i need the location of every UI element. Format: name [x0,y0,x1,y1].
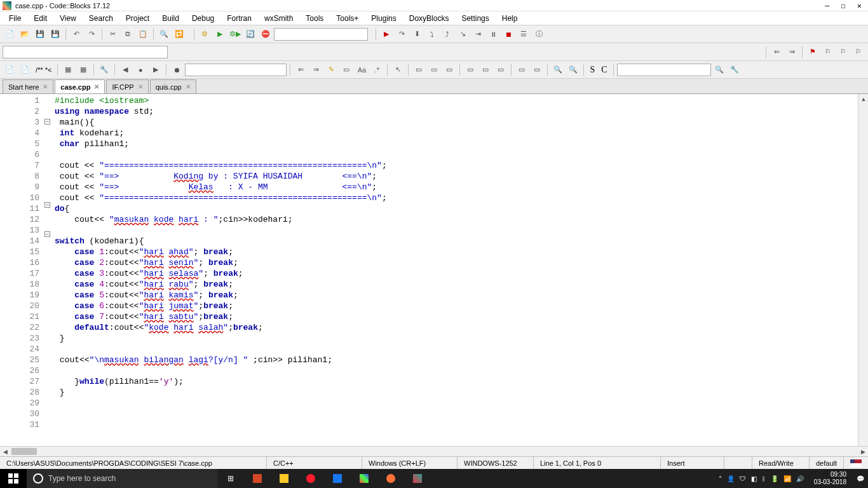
letter-s[interactable]: S [587,65,597,75]
arrow-right-icon[interactable]: ⇒ [309,63,323,77]
rebuild-icon[interactable]: 🔄 [243,27,257,41]
doxy-run-icon[interactable]: ▦ [61,63,75,77]
status-insert-mode[interactable]: Insert [661,457,724,469]
debug-info-icon[interactable]: ⓘ [532,27,546,41]
menu-debug[interactable]: Debug [186,13,220,24]
tab-close-icon[interactable]: ✕ [94,83,99,90]
scroll-left-icon[interactable]: ◀ [0,447,10,457]
menu-doxyblocks[interactable]: DoxyBlocks [403,13,456,24]
paste-icon[interactable]: 📋 [136,27,150,41]
bookmark-prev-icon[interactable]: ⚐ [821,45,835,59]
bookmark-clear-icon[interactable]: ⚐ [851,45,865,59]
copy-icon[interactable]: ⧉ [121,27,135,41]
jump-back-icon[interactable]: ⇐ [770,45,783,59]
start-button[interactable] [0,469,27,488]
minimize-button[interactable]: — [825,1,829,10]
code-content[interactable]: #include <iostream>using namespace std; … [55,94,868,446]
status-scheme[interactable]: default [810,457,844,469]
debug-next-icon[interactable]: ↘ [456,27,470,41]
debug-stop-icon[interactable]: ⏹ [501,27,515,41]
tab-close-icon[interactable]: ✕ [186,83,191,90]
tray-battery-icon[interactable]: 🔋 [771,475,778,482]
tab-close-icon[interactable]: ✕ [43,83,48,90]
box7-icon[interactable]: ▭ [515,63,529,77]
tray-wifi-icon[interactable]: 📶 [783,475,791,482]
box1-icon[interactable]: ▭ [412,63,426,77]
fold-gutter[interactable]: − − − [44,94,55,446]
save-icon[interactable]: 💾 [33,27,47,41]
build-icon[interactable]: ⚙ [198,27,212,41]
debug-step-into-icon[interactable]: ⤵ [425,27,439,41]
menu-project[interactable]: Project [119,13,156,24]
replace-icon[interactable]: 🔁 [172,27,186,41]
comment-token[interactable]: /** *< [33,66,54,74]
text-icon[interactable]: ▭ [339,63,353,77]
maximize-button[interactable]: ☐ [841,1,846,10]
bookmark-flag-icon[interactable]: ⚑ [806,45,820,59]
menu-toolsplus[interactable]: Tools+ [330,13,365,24]
menu-file[interactable]: File [3,13,27,24]
bookmark-next-icon[interactable]: ⚐ [836,45,850,59]
taskbar-opera-icon[interactable] [297,469,324,488]
settings2-icon[interactable]: 🔧 [728,63,742,77]
nav-fwd-icon[interactable]: ▶ [149,63,163,77]
save-all-icon[interactable]: 💾 [48,27,62,41]
run-icon[interactable]: ▶ [213,27,227,41]
taskbar-firefox-icon[interactable] [377,469,404,488]
tray-app-icon[interactable]: ◧ [751,475,757,482]
close-button[interactable]: ✕ [857,1,862,10]
pointer-icon[interactable]: ↖ [391,63,405,77]
menu-view[interactable]: View [53,13,83,24]
build-target-combo[interactable] [274,28,368,41]
menu-build[interactable]: Build [156,13,186,24]
box4-icon[interactable]: ▭ [463,63,477,77]
debug-step-icon[interactable]: ⬇ [410,27,424,41]
doxy-html-icon[interactable]: ▦ [76,63,90,77]
menu-edit[interactable]: Edit [27,13,53,24]
tray-volume-icon[interactable]: 🔊 [796,475,804,482]
nav-combo[interactable] [185,64,287,76]
menu-wxsmith[interactable]: wxSmith [258,13,299,24]
scroll-right-icon[interactable]: ▶ [858,447,868,457]
new-file-icon[interactable]: 📄 [3,27,17,41]
system-tray[interactable]: ˄ 👤 🛡 ◧ ᛒ 🔋 📶 🔊 09:30 03-03-2018 💬 [715,471,868,486]
taskbar-clock[interactable]: 09:30 03-03-2018 [809,471,851,486]
zoom-out-icon[interactable]: 🔍 [566,63,580,77]
tab-case-cpp[interactable]: case.cpp✕ [55,79,105,93]
menu-search[interactable]: Search [83,13,119,24]
search-symbol-icon[interactable]: 🔍 [712,63,726,77]
open-file-icon[interactable]: 📂 [18,27,32,41]
tab-start-here[interactable]: Start here✕ [3,79,53,93]
doxy-wrench-icon[interactable]: 🔧 [97,63,111,77]
debug-windows-icon[interactable]: ☰ [517,27,531,41]
tray-shield-icon[interactable]: 🛡 [740,475,746,482]
box5-icon[interactable]: ▭ [478,63,492,77]
box3-icon[interactable]: ▭ [442,63,456,77]
fold-toggle-icon[interactable]: − [44,231,50,237]
highlight-icon[interactable]: ✎ [324,63,338,77]
menu-plugins[interactable]: Plugins [365,13,402,24]
taskbar-codeblocks-icon[interactable] [404,469,431,488]
doxy1-icon[interactable]: 📄 [3,63,17,77]
find-icon[interactable]: 🔍 [157,27,171,41]
tab-quis-cpp[interactable]: quis.cpp✕ [150,79,196,93]
scroll-up-icon[interactable]: ▲ [858,94,868,104]
menu-fortran[interactable]: Fortran [220,13,258,24]
debug-cursor-icon[interactable]: ⇥ [471,27,485,41]
debug-step-out-icon[interactable]: ⤴ [440,27,454,41]
jump-fwd-icon[interactable]: ⇒ [785,45,799,59]
debug-run-icon[interactable]: ▶ [379,27,393,41]
redo-icon[interactable]: ↷ [85,27,98,41]
record-icon[interactable]: ⏺ [170,63,184,77]
debug-break-icon[interactable]: ⏸ [486,27,500,41]
debug-continue-icon[interactable]: ↷ [395,27,409,41]
taskbar-search[interactable]: Type here to search [27,469,217,488]
arrow-left-icon[interactable]: ⇐ [294,63,308,77]
horizontal-scrollbar[interactable]: ◀ ▶ [0,446,868,456]
nav-stop-icon[interactable]: ● [133,63,147,77]
fold-toggle-icon[interactable]: − [44,119,50,125]
box8-icon[interactable]: ▭ [530,63,544,77]
build-run-icon[interactable]: ⚙▶ [228,27,242,41]
taskbar-facebook-icon[interactable] [324,469,351,488]
abort-icon[interactable]: ⛔ [259,27,273,41]
